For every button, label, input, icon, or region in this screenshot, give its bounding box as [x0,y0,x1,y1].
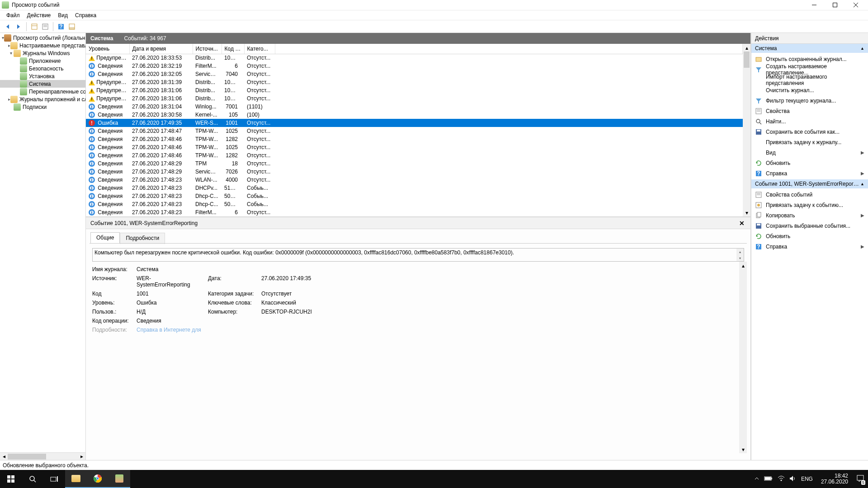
tree-custom-views[interactable]: ▸Настраиваемые представлен [0,42,85,49]
action-Сохранить все события как...[interactable]: Сохранить все события как... [751,127,868,137]
tree-label: Просмотр событий (Локальный [13,35,86,41]
action-Обновить[interactable]: Обновить [751,158,868,168]
action-Очистить журнал...[interactable]: Очистить журнал... [751,85,868,95]
event-row[interactable]: Сведения27.06.2020 17:48:47TPM-W...1025О… [86,127,743,135]
close-button[interactable] [845,0,866,10]
event-row[interactable]: Ошибка27.06.2020 17:49:35WER-S...1001Отс… [86,119,743,127]
detail-title: Событие 1001, WER-SystemErrorReporting [90,220,738,226]
svg-point-32 [757,204,760,206]
action-Свойства событий[interactable]: Свойства событий [751,189,868,200]
back-button[interactable] [3,22,13,32]
event-row[interactable]: Сведения27.06.2020 17:48:29TPM18Отсутст.… [86,160,743,168]
event-row[interactable]: Сведения27.06.2020 17:48:23Dhcp-C...5010… [86,192,743,200]
detail-close-button[interactable]: ✕ [738,220,746,227]
clock[interactable]: 18:42 27.06.2020 [817,473,852,485]
chrome-button[interactable] [87,470,108,488]
menu-action[interactable]: Действие [24,11,55,19]
scroll-down-icon[interactable]: ▾ [743,209,750,216]
event-list[interactable]: УровеньДата и времяИсточн...Код со...Кат… [86,44,743,216]
scroll-left-icon[interactable]: ◂ [0,453,8,460]
tab-details[interactable]: Подробности [120,233,165,244]
refresh-icon [755,233,762,240]
action-Фильтр текущего журнала...[interactable]: Фильтр текущего журнала... [751,95,868,106]
action-Свойства[interactable]: Свойства [751,106,868,116]
event-row[interactable]: Сведения27.06.2020 18:32:19FilterM...6От… [86,62,743,70]
scroll-up-icon[interactable]: ▴ [739,262,747,269]
action-Импорт настраиваемого представления[interactable]: Импорт настраиваемого представления [751,75,868,85]
minimize-button[interactable] [804,0,825,10]
scroll-up-icon[interactable]: ▴ [743,44,750,52]
action-Найти...[interactable]: Найти... [751,116,868,127]
event-row[interactable]: Сведения27.06.2020 17:48:23FilterM...6От… [86,208,743,216]
tree-windows-logs[interactable]: ▾Журналы Windows [0,49,85,57]
action-Вид[interactable]: Вид▶ [751,147,868,158]
actions-section-event[interactable]: Событие 1001, WER-SystemErrorReporting▲ [751,179,868,188]
tree-hscrollbar[interactable]: ◂ ▸ [0,452,85,460]
search-button[interactable] [22,470,43,488]
help-icon[interactable]: ? [56,22,66,32]
tab-general[interactable]: Общие [90,232,120,244]
actions-section-system[interactable]: Система▲ [751,44,868,53]
action-Справка[interactable]: ?Справка▶ [751,241,868,252]
forward-button[interactable] [14,22,24,32]
desc-scrollbar[interactable]: ▴▾ [736,249,744,261]
tree-log-Безопасность[interactable]: Безопасность [0,65,85,72]
action-Обновить[interactable]: Обновить [751,231,868,241]
scroll-right-icon[interactable]: ▸ [78,453,85,460]
detail-vscrollbar[interactable]: ▴ ▾ [739,262,747,453]
tree-log-Перенаправленные собы[interactable]: Перенаправленные собы [0,88,85,95]
column-header[interactable]: Катего... [244,44,275,54]
val-moreinfo[interactable]: Справка в Интернете для [137,327,204,333]
explorer-button[interactable] [65,470,87,488]
taskview-button[interactable] [43,470,65,488]
menu-view[interactable]: Вид [54,11,71,19]
event-row[interactable]: Сведения27.06.2020 18:30:58Kernel-...105… [86,111,743,119]
list-vscrollbar[interactable]: ▴ ▾ [743,44,750,216]
battery-icon[interactable] [764,476,773,483]
tray-chevron-icon[interactable] [754,476,760,483]
notifications-button[interactable]: 5 [856,474,864,484]
column-header[interactable]: Уровень [86,44,129,54]
maximize-button[interactable] [825,0,845,10]
show-tree-icon[interactable] [29,22,39,32]
event-row[interactable]: Сведения27.06.2020 17:48:46TPM-W...1282О… [86,135,743,143]
action-Привязать задачу к событию...[interactable]: Привязать задачу к событию... [751,200,868,210]
event-row[interactable]: Предупрежд..27.06.2020 18:31:06Distrib..… [86,94,743,103]
window-title: Просмотр событий [12,2,804,8]
action-Копировать[interactable]: Копировать▶ [751,210,868,221]
properties-icon[interactable] [40,22,50,32]
menu-file[interactable]: Файл [3,11,24,19]
event-row[interactable]: Сведения27.06.2020 17:48:46TPM-W...1025О… [86,143,743,151]
action-Справка[interactable]: ?Справка▶ [751,168,868,178]
eventviewer-button[interactable] [108,470,130,488]
event-row[interactable]: Предупрежд..27.06.2020 18:31:06Distrib..… [86,86,743,94]
menu-help[interactable]: Справка [71,11,100,19]
column-header[interactable]: Источн... [193,44,222,54]
column-header[interactable]: Код со... [222,44,244,54]
column-header[interactable]: Дата и время [129,44,193,54]
language-indicator[interactable]: ENG [801,476,813,482]
action-Привязать задачу к журналу...[interactable]: Привязать задачу к журналу... [751,137,868,147]
tree-log-Приложение[interactable]: Приложение [0,57,85,65]
tree-root[interactable]: ▾Просмотр событий (Локальный [0,34,85,42]
event-row[interactable]: Сведения27.06.2020 17:48:23DHCPv...51046… [86,184,743,192]
info-icon [89,160,95,167]
event-row[interactable]: Сведения27.06.2020 18:31:04Winlog...7001… [86,103,743,111]
preview-icon[interactable] [67,22,77,32]
event-row[interactable]: Предупрежд..27.06.2020 18:33:53Distrib..… [86,54,743,62]
event-row[interactable]: Сведения27.06.2020 17:48:46TPM-W...1282О… [86,151,743,160]
event-row[interactable]: Сведения27.06.2020 17:48:23Dhcp-C...5003… [86,200,743,208]
event-row[interactable]: Сведения27.06.2020 17:48:23WLAN-...4000О… [86,176,743,184]
action-Сохранить выбранные события...[interactable]: Сохранить выбранные события... [751,221,868,231]
event-row[interactable]: Сведения27.06.2020 18:32:05Service ...70… [86,70,743,78]
tree-log-Система[interactable]: Система [0,80,85,88]
tree-app-logs[interactable]: ▸Журналы приложений и слу [0,95,85,103]
volume-icon[interactable] [789,475,797,483]
tree-log-Установка[interactable]: Установка [0,72,85,80]
tree-subscriptions[interactable]: Подписки [0,103,85,111]
scroll-down-icon[interactable]: ▾ [739,446,747,453]
event-row[interactable]: Предупрежд..27.06.2020 18:31:39Distrib..… [86,78,743,86]
wifi-icon[interactable] [778,475,785,483]
event-row[interactable]: Сведения27.06.2020 17:48:29Service ...70… [86,168,743,176]
start-button[interactable] [0,470,22,488]
